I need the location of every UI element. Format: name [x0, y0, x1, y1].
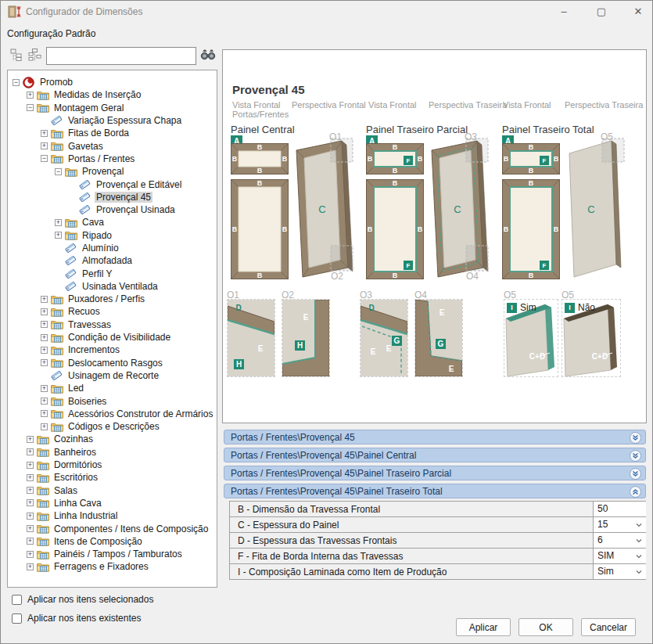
tree-item-puxadores-perfis[interactable]: +Puxadores / Perfis	[9, 293, 215, 305]
expand-plus-icon[interactable]: +	[27, 487, 34, 494]
tree-item-label[interactable]: Puxadores / Perfis	[66, 293, 146, 304]
tree-item-label[interactable]: Deslocamento Rasgos	[66, 358, 164, 369]
chevron-down-icon[interactable]	[636, 569, 642, 575]
expand-plus-icon[interactable]: +	[27, 92, 34, 99]
collapse-minus-icon[interactable]: −	[13, 79, 20, 86]
expand-plus-icon[interactable]: +	[55, 232, 62, 239]
tree-item-salas[interactable]: +Salas	[9, 484, 215, 497]
tree-item-label[interactable]: Acessórios Construtor de Armários	[66, 408, 214, 419]
expand-plus-icon[interactable]: +	[27, 513, 34, 520]
tree-item-label[interactable]: Boiseries	[66, 396, 108, 407]
chevron-down-icon[interactable]	[636, 553, 642, 559]
tree-item-label[interactable]: Variação Espessura Chapa	[66, 115, 183, 126]
collapse-minus-icon[interactable]: −	[27, 104, 34, 111]
tree-item-led[interactable]: +Led	[9, 382, 215, 394]
tree-item-boiseries[interactable]: +Boiseries	[9, 394, 215, 407]
tree-item-label[interactable]: Montagem Geral	[52, 103, 125, 113]
tree-item-label[interactable]: Provençal Usinada	[95, 204, 177, 215]
tree-item-banheiros[interactable]: +Banheiros	[9, 446, 215, 459]
expand-plus-icon[interactable]: +	[27, 538, 34, 545]
section-chevron-up-icon[interactable]	[630, 486, 641, 498]
tree-item-label[interactable]: Códigos e Descrições	[66, 421, 161, 432]
tree-item-itens-de-composi-o[interactable]: +Itens de Composição	[9, 535, 215, 548]
expand-plus-icon[interactable]: +	[27, 525, 34, 532]
tree-item-label[interactable]: Recuos	[66, 306, 102, 317]
tree-item-proven-al-e-edit-vel[interactable]: Provençal e Editável	[9, 178, 215, 190]
tree-item-usinada-ventilada[interactable]: Usinada Ventilada	[9, 280, 215, 293]
tree-item-condi-o-de-visibilidade[interactable]: +Condição de Visibilidade	[9, 331, 215, 344]
tree-item-label[interactable]: Gavetas	[66, 141, 105, 152]
tree-item-c-digos-e-descri-es[interactable]: +Códigos e Descrições	[9, 420, 215, 433]
tree-item-gavetas[interactable]: +Gavetas	[9, 139, 215, 152]
tree-item-label[interactable]: Incrementos	[66, 344, 121, 355]
apply-button[interactable]: Aplicar	[456, 618, 511, 636]
section-bar-3[interactable]: Portas / Frentes\Provençal 45\Painel Tra…	[224, 466, 646, 480]
tree-item-label[interactable]: Provençal 45	[95, 192, 152, 203]
tree-item-incrementos[interactable]: +Incrementos	[9, 344, 215, 356]
tree-item-label[interactable]: Provençal e Editável	[95, 179, 183, 190]
section-bar-1[interactable]: Portas / Frentes\Provençal 45	[224, 430, 646, 444]
tree-item-varia-o-espessura-chapa[interactable]: Variação Espessura Chapa	[9, 114, 215, 127]
expand-plus-icon[interactable]: +	[41, 334, 48, 341]
section-bar-2[interactable]: Portas / Frentes\Provençal 45\Painel Cen…	[224, 448, 646, 462]
tree-item-label[interactable]: Almofadada	[81, 255, 134, 266]
tree-item-cava[interactable]: +Cava	[9, 216, 215, 228]
expand-plus-icon[interactable]: +	[27, 448, 34, 455]
tree-item-label[interactable]: Fitas de Borda	[66, 128, 131, 139]
minimize-button[interactable]: –	[548, 1, 579, 23]
ok-button[interactable]: OK	[518, 618, 573, 636]
tree-item-usinagem-de-recorte[interactable]: Usinagem de Recorte	[9, 369, 215, 382]
tree-item-label[interactable]: Usinada Ventilada	[81, 281, 160, 292]
tree-item-label[interactable]: Promob	[38, 77, 74, 88]
collapse-minus-icon[interactable]: −	[55, 168, 62, 175]
tree-item-label[interactable]: Linha Industrial	[52, 510, 119, 521]
collapse-all-icon[interactable]	[10, 49, 24, 63]
tree-item-promob[interactable]: −Promob	[9, 76, 215, 88]
tree-item-label[interactable]: Itens de Composição	[52, 536, 144, 547]
tree-item-acess-rios-construtor-de-arm-rios[interactable]: +Acessórios Construtor de Armários	[9, 408, 215, 420]
config-profile-name[interactable]: Configuração Padrão	[7, 28, 95, 39]
tree-item-dormit-rios[interactable]: +Dormitórios	[9, 459, 215, 471]
tree-item-montagem-geral[interactable]: −Montagem Geral	[9, 102, 215, 114]
tree-item-ferragens-e-fixadores[interactable]: +Ferragens e Fixadores	[9, 560, 215, 573]
property-value-dropdown[interactable]: 6	[593, 533, 646, 548]
tree-item-label[interactable]: Banheiros	[52, 447, 98, 458]
maximize-button[interactable]: ▢	[586, 1, 617, 23]
tree-item-recuos[interactable]: +Recuos	[9, 305, 215, 318]
expand-plus-icon[interactable]: +	[41, 410, 48, 417]
expand-plus-icon[interactable]: +	[27, 436, 34, 443]
section-chevron-down-icon[interactable]	[630, 468, 641, 480]
chevron-down-icon[interactable]	[636, 522, 642, 528]
tree-item-label[interactable]: Portas / Frentes	[66, 153, 136, 164]
property-value-dropdown[interactable]: 15	[593, 517, 646, 532]
apply-existing-checkbox[interactable]	[12, 613, 22, 624]
tree-item-label[interactable]: Alumínio	[81, 243, 120, 254]
tree-search-input[interactable]	[46, 47, 196, 65]
expand-plus-icon[interactable]: +	[41, 347, 48, 354]
tree-item-proven-al[interactable]: −Provençal	[9, 165, 215, 178]
tree-item-almofadada[interactable]: Almofadada	[9, 254, 215, 267]
tree-item-label[interactable]: Medidas de Inserção	[52, 89, 142, 100]
tree-item-proven-al-usinada[interactable]: Provençal Usinada	[9, 203, 215, 216]
expand-plus-icon[interactable]: +	[41, 142, 48, 149]
tree-item-travessas[interactable]: +Travessas	[9, 318, 215, 331]
tree-item-label[interactable]: Led	[66, 383, 85, 394]
tree-item-label[interactable]: Linha Cava	[52, 498, 103, 509]
tree-item-fitas-de-borda[interactable]: +Fitas de Borda	[9, 127, 215, 139]
expand-plus-icon[interactable]: +	[27, 563, 34, 570]
chevron-down-icon[interactable]	[636, 538, 642, 544]
tree-item-label[interactable]: Usinagem de Recorte	[66, 370, 160, 381]
tree-item-label[interactable]: Componentes / Itens de Composição	[52, 523, 210, 534]
tree-item-componentes-itens-de-composi-o[interactable]: +Componentes / Itens de Composição	[9, 522, 215, 534]
tree-item-medidas-de-inser-o[interactable]: +Medidas de Inserção	[9, 88, 215, 101]
expand-plus-icon[interactable]: +	[27, 474, 34, 481]
close-button[interactable]: ✕	[623, 1, 653, 23]
tree-item-proven-al-45[interactable]: Provençal 45	[9, 191, 215, 203]
expand-plus-icon[interactable]: +	[27, 551, 34, 558]
expand-plus-icon[interactable]: +	[41, 130, 48, 137]
tree-item-perfil-y[interactable]: Perfil Y	[9, 267, 215, 279]
tree-item-label[interactable]: Salas	[52, 485, 79, 496]
tree-item-label[interactable]: Condição de Visibilidade	[66, 332, 172, 343]
search-binoculars-icon[interactable]	[200, 49, 216, 63]
tree-item-label[interactable]: Ripado	[81, 230, 113, 241]
